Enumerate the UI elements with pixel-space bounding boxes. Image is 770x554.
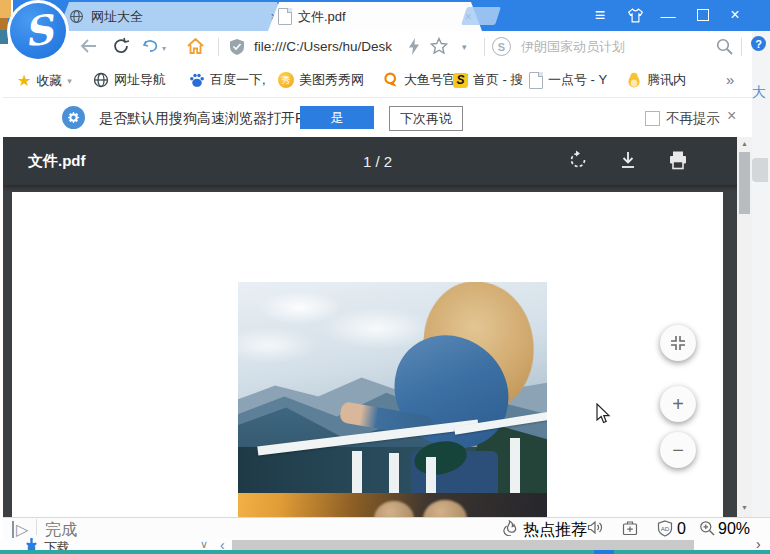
help-icon[interactable]: ?	[751, 36, 766, 51]
tab-pdf[interactable]: 文件.pdf ×	[268, 2, 482, 31]
refresh-icon[interactable]	[112, 37, 130, 55]
globe-icon	[92, 72, 109, 89]
bookmark-baidu[interactable]: 百度一下,	[188, 71, 266, 89]
pdf-viewer: 文件.pdf 1 / 2	[3, 137, 752, 517]
meitu-icon: 秀	[278, 72, 294, 88]
dont-remind-checkbox[interactable]	[645, 111, 660, 126]
side-panel-strip	[752, 31, 770, 517]
star-icon: ★	[17, 71, 31, 90]
bookmark-site-nav[interactable]: 网址导航	[92, 71, 166, 89]
browser-window: 网址大全 × 文件.pdf × ≡ — × S ▾	[0, 0, 770, 554]
rotate-icon[interactable]	[567, 149, 591, 173]
ad-count: 0	[677, 520, 686, 538]
pdf-photo-second	[238, 493, 547, 517]
bookmark-favorites[interactable]: ★ 收藏 ▾	[17, 71, 72, 90]
photo-head	[374, 501, 414, 517]
zoom-out-button[interactable]: −	[660, 432, 696, 468]
speaker-icon[interactable]	[587, 520, 604, 536]
download-icon[interactable]	[617, 149, 641, 173]
minimize-button[interactable]: —	[659, 6, 677, 24]
fit-page-button[interactable]	[660, 325, 696, 361]
bookmark-label: 百度一下,	[210, 71, 266, 89]
bookmark-label: 首页 - 搜	[473, 71, 524, 89]
photo-railing-post	[426, 457, 436, 493]
sogou-s-glyph: S	[21, 9, 55, 53]
document-icon	[278, 8, 292, 25]
tab-label: 网址大全	[91, 8, 143, 26]
toolbox-icon[interactable]	[622, 520, 639, 536]
favorite-star-icon[interactable]	[430, 37, 448, 55]
yes-button[interactable]: 是	[300, 106, 374, 129]
divider	[218, 38, 219, 56]
bookmark-label: 腾讯内	[647, 71, 686, 89]
dont-remind-label: 不再提示	[666, 110, 720, 128]
bookmark-label: 美图秀秀网	[299, 71, 364, 89]
lightning-icon[interactable]	[408, 38, 420, 55]
flame-icon[interactable]	[502, 520, 519, 536]
print-icon[interactable]	[667, 149, 691, 173]
scrollbar-thumb[interactable]	[739, 152, 750, 214]
back-icon[interactable]	[80, 38, 98, 54]
tab-label: 文件.pdf	[298, 8, 346, 26]
pdf-toolbar: 文件.pdf 1 / 2	[3, 137, 752, 185]
scroll-up-icon[interactable]: ▲	[737, 140, 752, 147]
sogou-logo-ball: S	[10, 3, 66, 59]
shield-icon[interactable]	[229, 38, 245, 56]
zoom-level[interactable]: 90%	[718, 520, 750, 538]
scroll-down-icon[interactable]: ▼	[737, 504, 752, 511]
zoom-magnifier-icon[interactable]	[699, 520, 716, 536]
divider	[36, 519, 37, 535]
bookmark-tencent[interactable]: 腾讯内	[625, 71, 686, 89]
photo-railing-post	[510, 438, 520, 493]
sogou-s-icon: S	[453, 73, 468, 88]
menu-button[interactable]: ≡	[590, 6, 610, 24]
gear-icon	[62, 106, 85, 129]
bookmark-yidianhao[interactable]: 一点号 - Y	[529, 71, 607, 89]
tab-bar: 网址大全 × 文件.pdf × ≡ — ×	[0, 0, 770, 31]
desktop-edge	[0, 550, 770, 554]
mouse-cursor	[596, 403, 612, 429]
skin-tshirt-icon[interactable]	[624, 6, 646, 24]
sogou-search-icon: S	[492, 37, 511, 56]
baidu-paw-icon	[188, 72, 205, 89]
photo-railing-post	[352, 451, 362, 493]
side-panel-label[interactable]: 大	[752, 84, 766, 102]
tab-site-nav[interactable]: 网址大全 ×	[58, 2, 288, 31]
maximize-icon	[697, 9, 709, 21]
bookmark-label: 一点号 - Y	[548, 71, 607, 89]
bookmarks-overflow-icon[interactable]: »	[726, 71, 734, 88]
address-caret-icon[interactable]: ▾	[462, 42, 467, 52]
side-panel-handle[interactable]	[752, 158, 768, 182]
later-button[interactable]: 下次再说	[389, 106, 463, 131]
globe-icon	[68, 8, 85, 25]
pdf-photo-woman	[238, 282, 547, 493]
search-magnifier-icon[interactable]	[716, 38, 733, 55]
document-icon	[529, 72, 543, 89]
bookmark-sogou-home[interactable]: S 首页 - 搜	[453, 71, 524, 89]
search-box[interactable]: S	[492, 37, 708, 56]
bookmark-label: 收藏	[36, 72, 62, 90]
fish-icon	[382, 72, 399, 89]
search-input[interactable]	[519, 38, 708, 55]
ad-block-icon[interactable]: AD	[657, 520, 674, 536]
notification-close-icon[interactable]: ×	[727, 107, 736, 125]
url-text[interactable]: file:///C:/Users/hu/Desk	[254, 39, 392, 54]
reader-play-icon[interactable]: ▷	[12, 520, 28, 539]
desktop-edge-accent	[594, 550, 614, 554]
status-bar	[3, 517, 770, 538]
scrollbar[interactable]: ▲ ▼	[737, 137, 752, 517]
bookmark-meitu[interactable]: 秀 美图秀秀网	[278, 71, 364, 89]
close-window-button[interactable]: ×	[726, 6, 744, 24]
home-icon[interactable]	[186, 37, 205, 55]
undo-icon[interactable]	[142, 38, 160, 54]
penguin-icon	[625, 72, 642, 89]
undo-caret-icon[interactable]: ▾	[162, 44, 166, 53]
zoom-in-button[interactable]: +	[660, 386, 696, 422]
divider	[741, 38, 742, 56]
svg-text:AD: AD	[661, 524, 670, 531]
bookmark-label: 网址导航	[114, 71, 166, 89]
photo-railing-post	[389, 453, 399, 493]
maximize-button[interactable]	[694, 6, 712, 24]
divider	[484, 38, 485, 56]
new-tab-button[interactable]	[461, 7, 501, 25]
